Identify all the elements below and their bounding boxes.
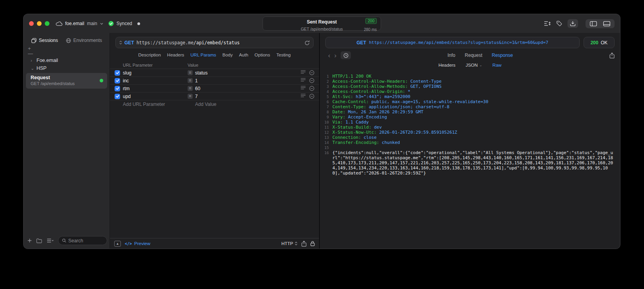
tab-sessions[interactable]: Sessions: [31, 38, 58, 43]
response-tabs: InfoRequestResponse: [351, 53, 609, 58]
response-line: 11X-Status-Build: dev: [322, 125, 615, 130]
preview-button[interactable]: </> Preview: [125, 241, 150, 246]
share-icon[interactable]: [301, 241, 306, 247]
sidebar-group-hsp[interactable]: ⌄ HSP: [26, 64, 107, 72]
close-window-button[interactable]: [29, 21, 34, 26]
param-name-field[interactable]: upd: [123, 94, 188, 99]
request-url-bar[interactable]: GET https://statuspage.me/api/embed/stat…: [115, 37, 314, 48]
response-line: 7Content-Type: application/json; charset…: [322, 104, 615, 109]
zoom-window-button[interactable]: [45, 21, 49, 26]
remove-param-icon[interactable]: [309, 70, 314, 75]
minimize-window-button[interactable]: [37, 21, 42, 26]
lock-icon[interactable]: [310, 241, 315, 246]
param-name-field[interactable]: inc: [123, 78, 188, 84]
remove-param-icon[interactable]: [309, 94, 314, 99]
param-row-upd: upd=7: [110, 93, 319, 100]
sidebar-group-foe-email[interactable]: › Foe.email: [26, 56, 107, 64]
sidebar-add-button[interactable]: +: [28, 46, 33, 51]
param-value-field[interactable]: 7: [195, 94, 297, 99]
tag-icon[interactable]: [556, 20, 562, 27]
sync-status-label: Synced: [117, 21, 132, 26]
line-content: Cache-Control: public, max-age=15, stale…: [332, 99, 615, 104]
tab-headers[interactable]: Headers: [167, 53, 184, 57]
tab-testing[interactable]: Testing: [276, 53, 290, 57]
import-tray-icon[interactable]: [567, 19, 578, 28]
sidebar-collapse-handle[interactable]: —: [28, 51, 33, 56]
equals-icon: =: [188, 78, 193, 83]
status-pill: 200 OK: [584, 37, 615, 48]
param-name-field[interactable]: rtm: [123, 86, 188, 91]
sidebar-toggle-icon[interactable]: [590, 21, 597, 26]
list-view-icon[interactable]: [47, 238, 54, 243]
multiline-edit-icon[interactable]: [301, 86, 306, 91]
console-toggle-icon[interactable]: ▲: [114, 241, 121, 247]
new-folder-icon[interactable]: [36, 238, 42, 243]
subtab-label: Raw: [493, 63, 502, 67]
history-forward-button[interactable]: ›: [332, 52, 339, 59]
method-label[interactable]: GET: [124, 40, 134, 45]
sent-request-summary[interactable]: Sent Request 200 GET /api/embed/status 2…: [263, 16, 381, 31]
line-number: 1: [322, 74, 332, 79]
search-input[interactable]: Search: [58, 236, 107, 245]
param-checkbox[interactable]: [115, 94, 120, 99]
protocol-label: HTTP: [281, 241, 293, 246]
history-back-button[interactable]: ‹: [326, 52, 332, 59]
sidebar-item-request[interactable]: Request GET /api/embed/status: [26, 73, 107, 89]
param-value-field[interactable]: 1: [195, 78, 297, 84]
response-line: 4Access-Control-Allow-Origin: *: [322, 89, 615, 94]
multiline-edit-icon[interactable]: [301, 70, 306, 75]
add-item-button[interactable]: [27, 238, 32, 243]
tab-info[interactable]: Info: [447, 53, 455, 58]
sessions-icon: [31, 38, 36, 43]
multiline-edit-icon[interactable]: [301, 94, 306, 99]
project-name[interactable]: foe.email: [65, 21, 84, 26]
request-url-text[interactable]: https://statuspage.me/api/embed/status: [137, 40, 302, 45]
equals-icon: =: [188, 94, 193, 99]
tab-auth[interactable]: Auth: [239, 53, 248, 57]
param-value-field[interactable]: status: [195, 70, 297, 76]
subtab-json[interactable]: JSON⌄: [466, 63, 482, 67]
line-number: 8: [322, 109, 332, 115]
param-checkbox[interactable]: [115, 86, 120, 91]
tab-request[interactable]: Request: [465, 53, 482, 58]
param-name-field[interactable]: slug: [123, 70, 188, 76]
response-line: 9Vary: Accept-Encoding: [322, 115, 615, 120]
param-checkbox[interactable]: [115, 78, 120, 84]
response-line: 5Alt-Svc: h3=":443"; ma=2592000: [322, 94, 615, 99]
subtab-headers[interactable]: Headers: [438, 63, 455, 67]
history-clock-button[interactable]: [341, 51, 351, 59]
tab-response[interactable]: Response: [492, 53, 513, 58]
bottom-panel-toggle-icon[interactable]: [603, 21, 610, 26]
param-row-slug: slug=status: [110, 69, 319, 77]
equals-icon: =: [188, 70, 193, 75]
method-dropdown-icon[interactable]: [119, 40, 122, 45]
response-subtabs: HeadersJSON⌄Raw: [320, 60, 620, 70]
param-checkbox[interactable]: [115, 70, 120, 76]
refresh-icon[interactable]: [305, 40, 310, 45]
tab-body[interactable]: Body: [223, 53, 233, 57]
export-response-icon[interactable]: [609, 53, 615, 58]
protocol-selector[interactable]: HTTP: [281, 241, 297, 246]
branch-name[interactable]: main: [87, 21, 97, 26]
param-value-field[interactable]: 60: [195, 86, 297, 91]
equals-icon: =: [188, 86, 193, 91]
request-status-dot: [100, 79, 103, 82]
add-param-value-field[interactable]: Add Value: [195, 102, 314, 107]
response-request-url[interactable]: GET https://statuspage.me/api/embed/stat…: [325, 37, 580, 48]
tab-options[interactable]: Options: [255, 53, 270, 57]
sidebar: Sessions Environments + — › Foe.email ⌄ …: [24, 33, 110, 249]
tab-environments[interactable]: Environments: [66, 38, 102, 43]
sort-icon[interactable]: [544, 21, 551, 26]
tab-description[interactable]: Description: [138, 53, 161, 57]
remove-param-icon[interactable]: [309, 86, 314, 91]
request-footer: ▲ </> Preview HTTP: [110, 238, 319, 249]
response-url-text: https://statuspage.me/api/embed/status?s…: [369, 40, 548, 45]
add-param-name-field[interactable]: Add URL Parameter: [123, 102, 188, 107]
line-number: 10: [322, 120, 332, 125]
line-content: Date: Mon, 26 Jan 2026 20:29:59 GMT: [332, 109, 615, 115]
remove-param-icon[interactable]: [309, 78, 314, 83]
multiline-edit-icon[interactable]: [301, 78, 306, 83]
response-body[interactable]: 1HTTP/1.1 200 OK2Access-Control-Allow-He…: [320, 70, 620, 249]
tab-url-params[interactable]: URL Params: [190, 53, 216, 57]
subtab-raw[interactable]: Raw: [493, 63, 502, 67]
